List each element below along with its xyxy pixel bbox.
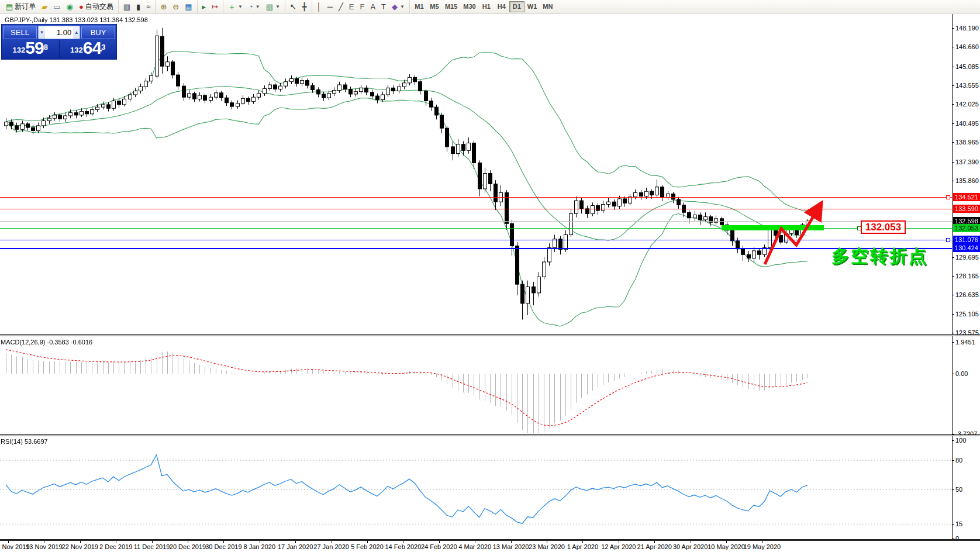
- main-chart-panel[interactable]: GBPJPY-,Daily 131.383 133.023 131.364 13…: [0, 14, 980, 334]
- date-label: 11 Dec 2019: [134, 543, 170, 550]
- timeframe-m5[interactable]: M5: [427, 1, 442, 12]
- zoom-in-button[interactable]: ⊕: [157, 1, 170, 12]
- shapes-button[interactable]: ◆▼: [389, 1, 408, 12]
- mail-button[interactable]: ▭: [50, 1, 63, 12]
- price-level-box-annotation[interactable]: 132.053: [861, 220, 906, 234]
- trendline-button[interactable]: ╱: [336, 1, 346, 12]
- timeframe-d1[interactable]: D1: [509, 1, 524, 12]
- templates-button[interactable]: ▧▼: [263, 1, 283, 12]
- axis-tick-mark: [952, 142, 954, 143]
- trend-arrow[interactable]: [754, 196, 830, 272]
- price-tag-132.053: 132.053: [953, 224, 980, 232]
- volume-control: ▼ ▲: [38, 26, 80, 39]
- chart-shift-button[interactable]: ↦: [209, 1, 221, 12]
- price-tag-133.590: 133.590: [953, 205, 980, 213]
- line-anchor-handle[interactable]: [946, 195, 950, 199]
- candlestick-chart-button[interactable]: ▮: [133, 1, 143, 12]
- axis-tick-mark: [952, 440, 954, 441]
- axis-tick-mark: [952, 67, 954, 67]
- macd-panel[interactable]: MACD(12,26,9) -0.3583 -0.6016: [0, 337, 980, 435]
- toolbar-group: ▥▮≈: [118, 0, 156, 13]
- periods-icon: ◔: [249, 3, 253, 11]
- channel-button[interactable]: E: [346, 1, 357, 12]
- axis-tick-label: 148.190: [955, 25, 979, 32]
- timeframe-w1[interactable]: W1: [524, 1, 540, 12]
- rsi-panel[interactable]: RSI(14) 53.6697: [0, 436, 980, 540]
- label-button[interactable]: T: [378, 1, 389, 12]
- axis-tick-label: 100: [955, 437, 966, 444]
- volume-up-button[interactable]: ▲: [73, 26, 80, 39]
- sell-price[interactable]: 132 59 8: [2, 39, 59, 58]
- horizontal-line-button[interactable]: ─: [325, 1, 336, 12]
- auto-scroll-button[interactable]: ▸: [199, 1, 209, 12]
- panel-separator[interactable]: [0, 334, 980, 336]
- trendline-icon: ╱: [339, 3, 343, 11]
- axis-tick-mark: [952, 47, 954, 47]
- fibonacci-button[interactable]: F: [357, 1, 367, 12]
- axis-tick-label: 140.495: [955, 120, 979, 127]
- date-label: 8 Jan 2020: [244, 543, 275, 550]
- date-label: 22 Nov 2019: [62, 543, 98, 550]
- panel-separator[interactable]: [0, 434, 980, 436]
- turning-point-text-annotation[interactable]: 多空转折点: [831, 244, 928, 268]
- cursor-button[interactable]: ↖: [287, 1, 299, 12]
- timeframe-m30[interactable]: M30: [460, 1, 478, 12]
- volume-input[interactable]: [45, 26, 73, 39]
- zoom-out-button[interactable]: ⊖: [170, 1, 182, 12]
- new-order-button[interactable]: ▤新订单: [3, 1, 39, 12]
- axis-tick-mark: [952, 333, 954, 333]
- axis-tick-mark: [952, 257, 954, 258]
- axis-tick-mark: [952, 181, 954, 181]
- auto-trading-button[interactable]: ●自动交易: [76, 1, 116, 12]
- price-tag-134.521: 134.521: [953, 193, 980, 201]
- date-label: 12 Apr 2020: [601, 543, 636, 550]
- date-label: 30 Apr 2020: [673, 543, 708, 550]
- axis-tick-mark: [952, 489, 954, 490]
- line-anchor-handle[interactable]: [946, 238, 950, 242]
- styler-button[interactable]: ▰: [39, 1, 50, 12]
- candlestick-chart-canvas[interactable]: [0, 14, 952, 334]
- dropdown-arrow-icon: ▼: [238, 4, 243, 9]
- date-label: 21 Apr 2020: [637, 543, 672, 550]
- buy-button[interactable]: BUY: [81, 26, 115, 39]
- toolbar-group: ↖╋: [285, 0, 312, 13]
- date-label: 2 Dec 2019: [99, 543, 132, 550]
- price-tag-131.076: 131.076: [953, 236, 980, 244]
- date-label: 13 Mar 2020: [493, 543, 529, 550]
- community-button[interactable]: ◉: [64, 1, 76, 12]
- text-icon: A: [370, 3, 375, 11]
- mt4-window: ▤新订单▰▭◉●自动交易▥▮≈⊕⊖▦▸↦＋▼◔▼▧▼↖╋│─╱EFAT◆▼M1M…: [0, 0, 980, 552]
- vertical-line-button[interactable]: │: [314, 1, 325, 12]
- line-chart-button[interactable]: ≈: [143, 1, 153, 12]
- sell-button[interactable]: SELL: [3, 26, 37, 39]
- periods-button[interactable]: ◔▼: [246, 1, 263, 12]
- timeframe-m1[interactable]: M1: [412, 1, 427, 12]
- tile-windows-button[interactable]: ▦: [182, 1, 195, 12]
- indicators-button[interactable]: ＋▼: [225, 1, 246, 12]
- buy-price[interactable]: 132 64 3: [60, 39, 117, 58]
- date-label: 19 May 2020: [744, 543, 781, 550]
- timeframe-m15[interactable]: M15: [442, 1, 460, 12]
- vertical-line-icon: │: [317, 3, 322, 11]
- timeframe-mn[interactable]: MN: [540, 1, 555, 12]
- bar-chart-button[interactable]: ▥: [120, 1, 133, 12]
- axis-tick-mark: [952, 123, 954, 124]
- crosshair-button[interactable]: ╋: [299, 1, 310, 12]
- axis-tick-mark: [952, 374, 954, 374]
- macd-chart-canvas[interactable]: [0, 337, 952, 435]
- line-chart-icon: ≈: [146, 3, 150, 11]
- text-button[interactable]: A: [367, 1, 378, 12]
- axis-tick-label: 126.635: [955, 291, 979, 298]
- rsi-chart-canvas[interactable]: [0, 436, 952, 540]
- date-axis[interactable]: Nov 201913 Nov 201922 Nov 20192 Dec 2019…: [0, 541, 980, 552]
- toolbar-group: ▸↦: [197, 0, 223, 13]
- volume-down-button[interactable]: ▼: [39, 26, 45, 39]
- date-label: 20 Dec 2019: [170, 543, 206, 550]
- chart-shift-icon: ↦: [212, 3, 218, 11]
- timeframe-h1[interactable]: H1: [479, 1, 494, 12]
- toolbar-group: ＋▼◔▼▧▼: [223, 0, 285, 13]
- timeframe-h4[interactable]: H4: [494, 1, 509, 12]
- axis-tick-label: 125.105: [955, 310, 979, 318]
- community-icon: ◉: [67, 3, 73, 11]
- axis-tick-label: 15: [955, 520, 962, 527]
